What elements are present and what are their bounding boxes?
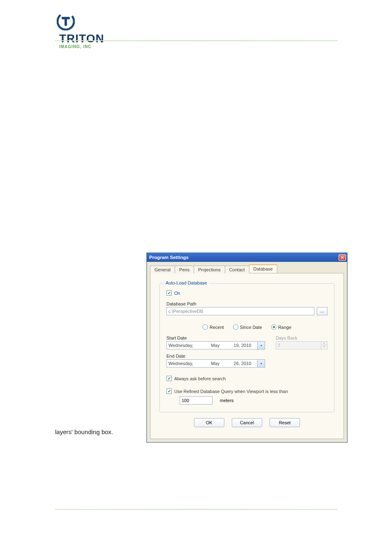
db-path-label: Database Path [166, 301, 327, 306]
db-path-browse-button[interactable]: ... [317, 307, 327, 315]
ok-button[interactable]: OK [194, 418, 224, 427]
end-date-day: 26, 2010 [228, 361, 257, 366]
svg-rect-2 [62, 17, 70, 19]
date-mode-radios: Recent Since Date Range [166, 324, 327, 330]
start-date-picker[interactable]: Wednesday, May 19, 2010 ▾ [166, 341, 265, 349]
on-checkbox-row: ✔ On [166, 290, 327, 296]
radio-since-icon [233, 324, 238, 330]
start-date-day: 19, 2010 [228, 343, 257, 348]
end-date-col: End Date Wednesday, May 26, 2010 ▾ [166, 354, 265, 368]
radio-range-label: Range [278, 325, 291, 330]
end-date-weekday: Wednesday, [167, 361, 203, 366]
end-date-month: May [203, 361, 228, 366]
refined-query-row: ✔ Use Refined Database Query when Viewpo… [166, 388, 327, 394]
threshold-input[interactable] [180, 396, 212, 405]
days-back-col: Days Back 7 ▲ ▼ [276, 335, 327, 349]
on-checkbox-label: On [174, 291, 180, 296]
start-date-month: May [203, 343, 228, 348]
radio-since-date[interactable]: Since Date [233, 324, 262, 330]
cancel-button[interactable]: Cancel [232, 418, 262, 427]
tab-projections[interactable]: Projections [194, 266, 225, 273]
refined-threshold-row: meters [180, 396, 327, 405]
start-date-dropdown-icon[interactable]: ▾ [257, 342, 265, 349]
always-ask-label: Always ask before search [174, 376, 226, 381]
reset-button[interactable]: Reset [270, 418, 300, 427]
threshold-unit: meters [220, 398, 234, 403]
always-ask-checkbox[interactable]: ✔ [166, 376, 172, 381]
end-date-picker[interactable]: Wednesday, May 26, 2010 ▾ [166, 359, 265, 368]
spinner-up-icon: ▲ [321, 342, 327, 345]
titlebar: Program Settings ✕ [147, 253, 347, 262]
radio-range-icon [271, 324, 277, 330]
tab-panel-database: Auto-Load Database ✔ On Database Path ..… [150, 273, 344, 439]
days-back-value: 7 [276, 343, 321, 348]
header-divider [55, 40, 338, 41]
brand-logo: TRITON IMAGING, INC [57, 12, 122, 37]
db-path-input[interactable] [166, 307, 314, 315]
dialog-button-row: OK Cancel Reset [159, 418, 334, 427]
db-path-row: ... [166, 307, 327, 315]
radio-recent-label: Recent [210, 325, 224, 330]
radio-recent-icon [203, 324, 208, 330]
radio-range[interactable]: Range [271, 324, 291, 330]
logo-sub: IMAGING, INC [59, 44, 104, 49]
days-back-label: Days Back [276, 335, 327, 340]
always-ask-row: ✔ Always ask before search [166, 376, 327, 381]
spinner-down-icon: ▼ [321, 345, 327, 349]
start-date-label: Start Date [166, 335, 265, 340]
on-checkbox[interactable]: ✔ [166, 290, 172, 296]
footer-divider [55, 509, 338, 510]
radio-since-label: Since Date [240, 325, 262, 330]
days-back-spinner: 7 ▲ ▼ [276, 341, 327, 349]
body-fragment-layers: layers' bounding box. [55, 428, 113, 435]
tab-general[interactable]: General [150, 266, 175, 273]
start-date-weekday: Wednesday, [167, 343, 203, 348]
logo-main: TRITON [59, 33, 104, 44]
tab-strip: General Pens Projections Contact Databas… [150, 264, 344, 273]
date-grid: Start Date Wednesday, May 19, 2010 ▾ Day… [166, 335, 327, 368]
tab-contact[interactable]: Contact [225, 266, 249, 273]
refined-checkbox[interactable]: ✔ [166, 388, 172, 394]
close-button[interactable]: ✕ [339, 254, 346, 261]
refined-label: Use Refined Database Query when Viewport… [174, 389, 288, 394]
tab-database[interactable]: Database [249, 264, 277, 273]
dialog-title: Program Settings [149, 255, 189, 260]
tab-pens[interactable]: Pens [175, 266, 194, 273]
logo-mark-icon [57, 12, 75, 31]
end-date-label: End Date [166, 354, 265, 358]
start-date-col: Start Date Wednesday, May 19, 2010 ▾ [166, 335, 265, 349]
spinner-buttons: ▲ ▼ [321, 342, 327, 349]
radio-recent[interactable]: Recent [203, 324, 224, 330]
groupbox-legend: Auto-Load Database [164, 280, 209, 285]
end-date-dropdown-icon[interactable]: ▾ [257, 360, 265, 367]
autoload-groupbox: Auto-Load Database ✔ On Database Path ..… [159, 283, 334, 412]
program-settings-dialog: Program Settings ✕ General Pens Projecti… [146, 252, 348, 443]
